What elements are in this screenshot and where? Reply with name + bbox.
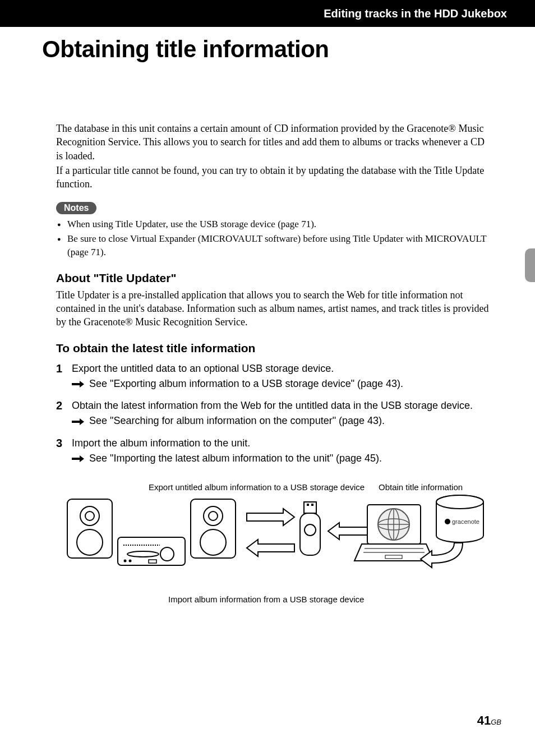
svg-rect-4 xyxy=(191,499,236,558)
about-text: Title Updater is a pre-installed applica… xyxy=(56,288,493,329)
diagram: Export untitled album information to a U… xyxy=(56,482,493,606)
notes-pill: Notes xyxy=(56,202,96,214)
speaker-left-icon xyxy=(67,499,112,558)
svg-text:gracenote: gracenote xyxy=(452,518,479,525)
svg-point-5 xyxy=(204,506,223,525)
notes-item-1: When using Title Updater, use the USB st… xyxy=(56,218,493,231)
svg-point-12 xyxy=(123,559,126,562)
usb-device-icon xyxy=(300,502,320,555)
intro-paragraph-2: If a particular title cannot be found, y… xyxy=(56,164,493,191)
svg-point-3 xyxy=(77,529,103,555)
notes-item-2: Be sure to close Virtual Expander (MICRO… xyxy=(56,232,493,259)
arrow-left-icon xyxy=(328,523,367,540)
step-2-main: Obtain the latest information from the W… xyxy=(72,400,473,411)
svg-rect-18 xyxy=(300,513,320,555)
svg-point-7 xyxy=(200,529,226,555)
step-1: Export the untitled data to an optional … xyxy=(56,362,493,391)
svg-rect-0 xyxy=(67,499,112,558)
diagram-illustration: gracenote xyxy=(62,482,488,589)
diagram-label-import: Import album information from a USB stor… xyxy=(168,594,364,604)
unit-icon xyxy=(118,537,185,565)
speaker-right-icon xyxy=(191,499,236,558)
diagram-label-obtain: Obtain title information xyxy=(379,482,463,492)
step-1-main: Export the untitled data to an optional … xyxy=(72,363,334,374)
arrow-right-icon xyxy=(72,418,84,425)
intro-paragraph-1: The database in this unit contains a cer… xyxy=(56,122,493,163)
obtain-heading: To obtain the latest title information xyxy=(56,342,493,355)
globe-icon xyxy=(378,509,409,540)
header-bar: Editing tracks in the HDD Jukebox xyxy=(0,0,535,27)
svg-point-1 xyxy=(80,506,99,525)
database-icon: gracenote xyxy=(436,495,483,542)
svg-rect-17 xyxy=(311,504,313,506)
step-3-main: Import the album information to the unit… xyxy=(72,437,250,449)
arrow-right-icon xyxy=(72,455,84,462)
svg-point-30 xyxy=(436,495,483,509)
step-2-sub: See "Searching for album information on … xyxy=(89,415,385,426)
svg-point-6 xyxy=(209,511,218,520)
svg-point-31 xyxy=(445,519,450,524)
step-list: Export the untitled data to an optional … xyxy=(56,362,493,465)
arrow-right-icon xyxy=(72,381,84,388)
content-body: The database in this unit contains a cer… xyxy=(56,122,493,606)
step-3: Import the album information to the unit… xyxy=(56,436,493,465)
page-number: 41GB xyxy=(477,713,501,728)
notes-list: When using Title Updater, use the USB st… xyxy=(56,218,493,259)
diagram-label-export: Export untitled album information to a U… xyxy=(149,482,365,492)
svg-point-13 xyxy=(128,559,131,562)
svg-point-2 xyxy=(85,511,94,520)
arrow-left-icon xyxy=(247,540,294,556)
page-number-value: 41 xyxy=(477,713,491,727)
page-number-suffix: GB xyxy=(491,718,501,726)
page-title: Obtaining title information xyxy=(42,36,535,63)
step-3-sub: See "Importing the latest album informat… xyxy=(89,453,382,464)
page-side-tab xyxy=(525,248,535,282)
step-1-sub: See "Exporting album information to a US… xyxy=(89,378,403,389)
about-heading: About "Title Updater" xyxy=(56,271,493,285)
step-2: Obtain the latest information from the W… xyxy=(56,399,493,428)
svg-rect-16 xyxy=(307,504,309,506)
arrow-right-icon xyxy=(247,509,294,525)
header-section-title: Editing tracks in the HDD Jukebox xyxy=(324,7,507,20)
svg-rect-15 xyxy=(304,502,316,513)
